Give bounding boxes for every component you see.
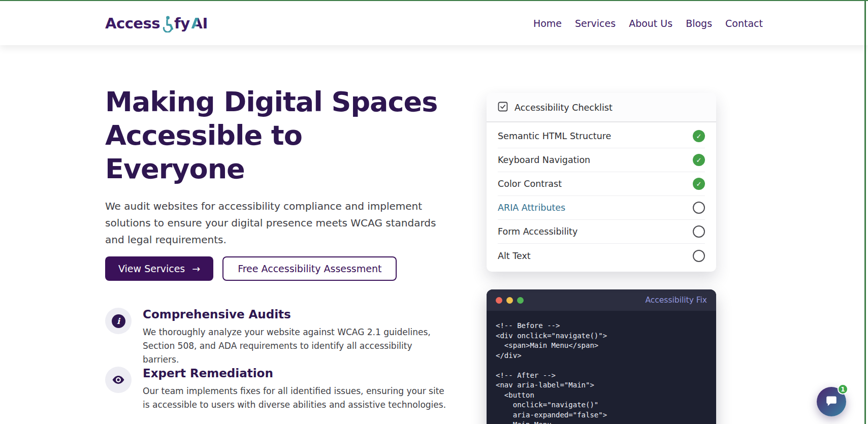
code-line: <span>Main Menu</span>: [496, 341, 707, 351]
maximize-window-icon[interactable]: [517, 297, 524, 304]
checkbox-icon: [498, 102, 508, 114]
code-line: <div onclick="navigate()">: [496, 331, 707, 341]
hero-title: Making Digital Spaces Accessible to Ever…: [105, 85, 437, 186]
feature-expert-remediation: Expert Remediation Our team implements f…: [105, 367, 447, 412]
code-line: onclick="navigate()": [496, 400, 707, 410]
logo-text-a: A: [191, 16, 203, 31]
checklist-item-form-accessibility[interactable]: Form Accessibility: [498, 220, 705, 244]
code-line: <!-- After -->: [496, 371, 707, 381]
checklist-header: Accessibility Checklist: [487, 93, 716, 122]
checklist-item-keyboard-navigation[interactable]: Keyboard Navigation ✓: [498, 148, 705, 172]
checklist-item-color-contrast[interactable]: Color Contrast ✓: [498, 172, 705, 196]
nav-link-services[interactable]: Services: [575, 18, 616, 29]
hero-title-line-3: Everyone: [105, 152, 437, 186]
hero-title-line-2: Accessible to: [105, 119, 437, 152]
empty-circle-icon: [693, 250, 705, 262]
logo[interactable]: Access fy A I: [105, 15, 208, 31]
info-icon: i: [105, 308, 132, 334]
window-frame-top: [0, 0, 868, 1]
code-line: [496, 361, 707, 371]
arrow-right-icon: →: [192, 263, 200, 274]
check-circle-icon: ✓: [693, 178, 705, 190]
window-frame-right: [864, 0, 866, 424]
hero-title-line-1: Making Digital Spaces: [105, 85, 437, 119]
feature-title: Comprehensive Audits: [143, 308, 447, 321]
chat-bubble-icon: [825, 394, 838, 409]
feature-comprehensive-audits: i Comprehensive Audits We thoroughly ana…: [105, 308, 447, 367]
checklist-item-aria-attributes[interactable]: ARIA Attributes: [498, 196, 705, 220]
code-line: <button: [496, 390, 707, 401]
hero-buttons: View Services → Free Accessibility Asses…: [105, 256, 397, 281]
code-line: <!-- Before -->: [496, 321, 707, 331]
code-line: aria-expanded="false">: [496, 410, 707, 420]
main-nav: Home Services About Us Blogs Contact: [533, 18, 763, 29]
nav-link-contact[interactable]: Contact: [725, 18, 763, 29]
code-editor[interactable]: <!-- Before --> <div onclick="navigate()…: [487, 311, 716, 424]
code-window-title: Accessibility Fix: [645, 296, 707, 305]
site-header: Access fy A I Home Services About Us Blo…: [0, 1, 868, 45]
view-services-label: View Services: [118, 263, 185, 274]
accessibility-fix-code-card: Accessibility Fix <!-- Before --> <div o…: [487, 289, 716, 424]
logo-text-fy: fy: [174, 16, 190, 31]
hero-description: We audit websites for accessibility comp…: [105, 198, 440, 248]
nav-link-blogs[interactable]: Blogs: [686, 18, 712, 29]
logo-text-i: I: [203, 16, 208, 31]
chat-unread-badge: 1: [838, 384, 848, 395]
logo-text-access: Access: [105, 16, 160, 31]
chat-launcher-button[interactable]: 1: [817, 387, 846, 416]
view-services-button[interactable]: View Services →: [105, 256, 213, 281]
checklist-item-alt-text[interactable]: Alt Text: [498, 244, 705, 268]
accessibility-checklist-card: Accessibility Checklist Semantic HTML St…: [487, 93, 716, 272]
wheelchair-icon: [160, 15, 174, 32]
nav-link-home[interactable]: Home: [533, 18, 562, 29]
empty-circle-icon: [693, 225, 705, 238]
close-window-icon[interactable]: [496, 297, 502, 304]
checklist-items: Semantic HTML Structure ✓ Keyboard Navig…: [487, 122, 716, 272]
eye-icon: [105, 367, 132, 393]
feature-description: We thoroughly analyze your website again…: [143, 325, 447, 367]
check-circle-icon: ✓: [693, 154, 705, 166]
free-assessment-button[interactable]: Free Accessibility Assessment: [222, 256, 397, 281]
feature-title: Expert Remediation: [143, 367, 447, 380]
empty-circle-icon: [693, 202, 705, 214]
code-window-titlebar: Accessibility Fix: [487, 289, 716, 311]
nav-link-about-us[interactable]: About Us: [629, 18, 672, 29]
code-line: <nav aria-label="Main">: [496, 380, 707, 390]
checklist-title: Accessibility Checklist: [515, 103, 613, 113]
check-circle-icon: ✓: [693, 130, 705, 142]
checklist-item-semantic-html[interactable]: Semantic HTML Structure ✓: [498, 124, 705, 148]
feature-description: Our team implements fixes for all identi…: [143, 384, 447, 412]
code-line: </div>: [496, 351, 707, 361]
code-line: Main Menu: [496, 420, 707, 424]
minimize-window-icon[interactable]: [506, 297, 513, 304]
